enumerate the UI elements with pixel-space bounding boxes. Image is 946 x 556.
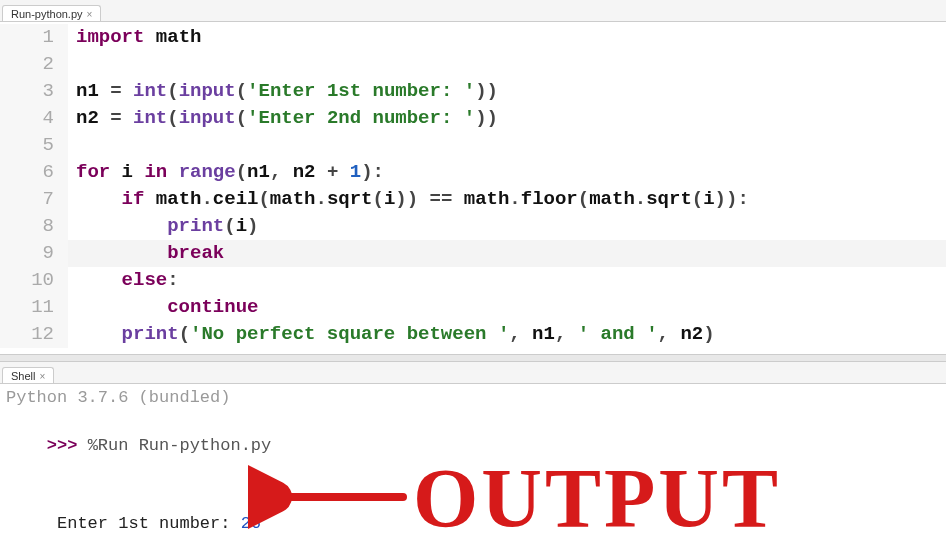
code-content: for i in range(n1, n2 + 1):: [68, 159, 384, 186]
code-content: break: [68, 240, 224, 267]
code-line: 4n2 = int(input('Enter 2nd number: ')): [0, 105, 946, 132]
code-content: n2 = int(input('Enter 2nd number: ')): [68, 105, 498, 132]
shell-banner: Python 3.7.6 (bundled): [6, 388, 230, 407]
code-line: 5: [0, 132, 946, 159]
code-line: 6for i in range(n1, n2 + 1):: [0, 159, 946, 186]
line-number: 8: [0, 213, 68, 240]
code-line: 3n1 = int(input('Enter 1st number: ')): [0, 78, 946, 105]
shell-tab[interactable]: Shell ×: [2, 367, 54, 383]
code-editor[interactable]: 1import math23n1 = int(input('Enter 1st …: [0, 22, 946, 348]
line-number: 1: [0, 24, 68, 51]
code-line: 7 if math.ceil(math.sqrt(i)) == math.flo…: [0, 186, 946, 213]
code-line: 10 else:: [0, 267, 946, 294]
line-number: 6: [0, 159, 68, 186]
close-icon[interactable]: ×: [87, 9, 93, 20]
shell-input-value: 26: [241, 514, 261, 533]
code-content: [68, 51, 76, 78]
line-number: 11: [0, 294, 68, 321]
shell-prompt: >>>: [47, 436, 88, 455]
line-number: 12: [0, 321, 68, 348]
line-number: 2: [0, 51, 68, 78]
shell-pane[interactable]: Python 3.7.6 (bundled) >>> %Run Run-pyth…: [0, 384, 946, 556]
code-content: import math: [68, 24, 201, 51]
pane-divider[interactable]: [0, 354, 946, 362]
close-icon[interactable]: ×: [39, 371, 45, 382]
editor-tab-bar: Run-python.py ×: [0, 0, 946, 22]
code-line: 8 print(i): [0, 213, 946, 240]
code-line: 11 continue: [0, 294, 946, 321]
code-line: 9 break: [0, 240, 946, 267]
line-number: 3: [0, 78, 68, 105]
shell-tab-bar: Shell ×: [0, 362, 946, 384]
line-number: 5: [0, 132, 68, 159]
code-line: 12 print('No perfect square between ', n…: [0, 321, 946, 348]
code-content: [68, 132, 76, 159]
shell-tab-label: Shell: [11, 370, 35, 382]
shell-input-prompt: Enter 1st number:: [47, 514, 241, 533]
code-line: 1import math: [0, 24, 946, 51]
editor-tab-label: Run-python.py: [11, 8, 83, 20]
shell-run-cmd: %Run Run-python.py: [88, 436, 272, 455]
line-number: 4: [0, 105, 68, 132]
line-number: 10: [0, 267, 68, 294]
code-content: n1 = int(input('Enter 1st number: ')): [68, 78, 498, 105]
code-line: 2: [0, 51, 946, 78]
line-number: 9: [0, 240, 68, 267]
line-number: 7: [0, 186, 68, 213]
code-content: continue: [68, 294, 258, 321]
code-content: print(i): [68, 213, 258, 240]
editor-tab[interactable]: Run-python.py ×: [2, 5, 101, 21]
code-content: print('No perfect square between ', n1, …: [68, 321, 715, 348]
code-content: if math.ceil(math.sqrt(i)) == math.floor…: [68, 186, 749, 213]
code-content: else:: [68, 267, 179, 294]
